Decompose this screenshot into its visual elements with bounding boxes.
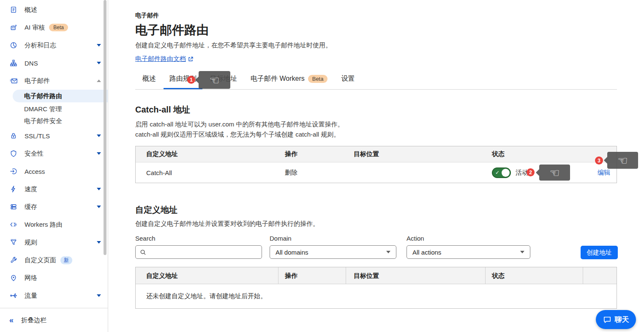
page-description: 创建自定义电子邮件地址，在您不希望共享主要电子邮件地址时使用。 [135, 41, 332, 49]
wrench-icon [9, 256, 18, 264]
sidebar-item-cache[interactable]: 缓存 [0, 198, 108, 216]
sidebar-item-rules[interactable]: 规则 [0, 233, 108, 251]
funnel-icon [9, 238, 18, 247]
column-header-action: 操作 [278, 150, 346, 158]
sidebar-item-ssl-tls[interactable]: SSL/TLS [0, 127, 108, 145]
email-submenu: 电子邮件路由 DMARC 管理 电子邮件安全 [0, 90, 108, 127]
sidebar-item-email-security[interactable]: 电子邮件安全 [0, 115, 108, 127]
sidebar-subitem-label: DMARC 管理 [24, 105, 62, 113]
chevron-down-icon [97, 152, 101, 155]
annotation-cursor-box-2: ☜ [539, 165, 570, 181]
email-routing-docs-link[interactable]: 电子邮件路由文档 [135, 55, 193, 63]
column-header-destination: 目标位置 [346, 267, 486, 284]
custom-addresses-table: 自定义地址 操作 目标位置 状态 还未创建自定义地址。请创建地址后开始。 [135, 267, 617, 309]
column-header-status: 状态 [486, 150, 583, 158]
sidebar-item-access[interactable]: Access [0, 162, 108, 180]
collapse-icon: « [9, 316, 14, 325]
sidebar-item-workers-routes[interactable]: Workers 路由 [0, 216, 108, 233]
sidebar-item-network[interactable]: 网络 [0, 269, 108, 287]
sidebar-item-analytics[interactable]: 分析和日志 [0, 36, 108, 54]
collapse-label: 折叠边栏 [21, 316, 46, 324]
sidebar-item-ai-audit[interactable]: AI 审核 Beta [0, 19, 108, 36]
sidebar-item-speed[interactable]: 速度 [0, 180, 108, 198]
column-header-custom-address: 自定义地址 [136, 267, 278, 284]
beta-badge: Beta [49, 24, 68, 31]
lock-icon [9, 132, 18, 140]
tab-email-workers[interactable]: 电子邮件 Workers Beta [245, 74, 333, 89]
access-icon [9, 167, 18, 176]
custom-addresses-heading: 自定义地址 [135, 204, 177, 216]
column-header-action: 操作 [278, 267, 346, 284]
sidebar-item-label: 缓存 [25, 203, 37, 211]
create-address-button[interactable]: 创建地址 [581, 246, 618, 259]
sidebar-item-email[interactable]: 电子邮件 [0, 72, 108, 90]
check-icon: ✓ [495, 170, 499, 176]
tab-label: 设置 [341, 74, 355, 83]
chat-bubble-icon [603, 316, 611, 324]
pie-chart-icon [9, 41, 18, 49]
robot-icon [9, 23, 18, 32]
chevron-down-icon [97, 62, 101, 64]
catch-all-address: Catch-All [136, 169, 278, 176]
sidebar-item-label: Access [25, 168, 45, 175]
sidebar-item-label: 规则 [25, 239, 37, 247]
sidebar-item-label: 速度 [25, 185, 37, 193]
annotation-cursor-box-3: ☜ [607, 152, 638, 169]
sidebar-scrollbar[interactable] [104, 0, 106, 255]
action-select-value: All actions [412, 249, 441, 256]
sidebar-footer: « 折叠边栏 [0, 308, 108, 332]
chevron-down-icon [97, 44, 101, 47]
chat-button[interactable]: 聊天 [596, 310, 636, 329]
network-icon [9, 59, 18, 67]
sidebar-subitem-label: 电子邮件安全 [24, 117, 62, 125]
code-icon [9, 220, 18, 229]
collapse-sidebar-button[interactable]: « 折叠边栏 [0, 308, 108, 332]
empty-state-text: 还未创建自定义地址。请创建地址后开始。 [136, 284, 617, 308]
custom-addresses-description: 创建自定义电子邮件地址并设置要对收到的电子邮件执行的操作。 [135, 219, 319, 229]
chevron-down-icon [97, 241, 101, 244]
sidebar-item-security[interactable]: 安全性 [0, 145, 108, 162]
sidebar-item-overview[interactable]: 概述 [0, 1, 108, 19]
sidebar-item-custom-pages[interactable]: 自定义页面 新 [0, 251, 108, 269]
column-header-status: 状态 [486, 267, 583, 284]
page-title: 电子邮件路由 [135, 22, 209, 39]
sidebar-item-label: 概述 [25, 6, 37, 14]
action-select[interactable]: All actions [407, 245, 530, 259]
tab-overview[interactable]: 概述 [136, 74, 162, 89]
new-badge: 新 [60, 256, 72, 264]
edit-link[interactable]: 编辑 [598, 169, 610, 176]
pin-icon [9, 274, 18, 282]
search-input[interactable] [150, 246, 262, 258]
chevron-down-icon [520, 251, 524, 253]
catch-all-toggle[interactable]: ✓ [492, 167, 511, 178]
sidebar-item-email-routing[interactable]: 电子邮件路由 [13, 90, 108, 102]
column-header-destination: 目标位置 [346, 150, 486, 158]
search-icon [140, 249, 146, 255]
sidebar-item-label: 网络 [25, 274, 37, 282]
sidebar-item-label: 自定义页面 [25, 256, 56, 264]
hand-cursor-icon: ☜ [617, 155, 628, 166]
annotation-badge-3: 3 [595, 156, 603, 165]
sidebar-item-traffic[interactable]: 流量 [0, 287, 108, 305]
catch-all-description-line2: catch-all 规则仅适用于区域级域，您无法为每个子域创建 catch-al… [135, 129, 344, 140]
catch-all-heading: Catch-all 地址 [135, 104, 190, 115]
shield-icon [9, 149, 18, 158]
breadcrumb-eyebrow: 电子邮件 [135, 12, 159, 19]
document-icon [9, 5, 18, 14]
catch-all-description-line1: 启用 catch-all 地址可以为 user.com 中的所有其他电子邮件地址… [135, 119, 344, 129]
sidebar-item-label: 安全性 [25, 150, 44, 158]
chevron-down-icon [386, 251, 390, 253]
chevron-down-icon [97, 134, 101, 137]
sidebar-item-label: AI 审核 [25, 24, 45, 32]
annotation-badge-2: 2 [527, 168, 535, 176]
domain-select-value: All domains [276, 249, 308, 256]
search-field[interactable] [135, 245, 262, 259]
annotation-cursor-box-1: ☜ [199, 71, 230, 89]
domain-select[interactable]: All domains [270, 245, 396, 259]
sidebar-item-dmarc[interactable]: DMARC 管理 [0, 103, 108, 115]
sidebar-item-dns[interactable]: DNS [0, 54, 108, 72]
catch-all-action: 删除 [278, 169, 346, 177]
tab-settings[interactable]: 设置 [335, 74, 360, 89]
doc-link-label: 电子邮件路由文档 [135, 55, 186, 63]
domain-label: Domain [270, 235, 292, 242]
